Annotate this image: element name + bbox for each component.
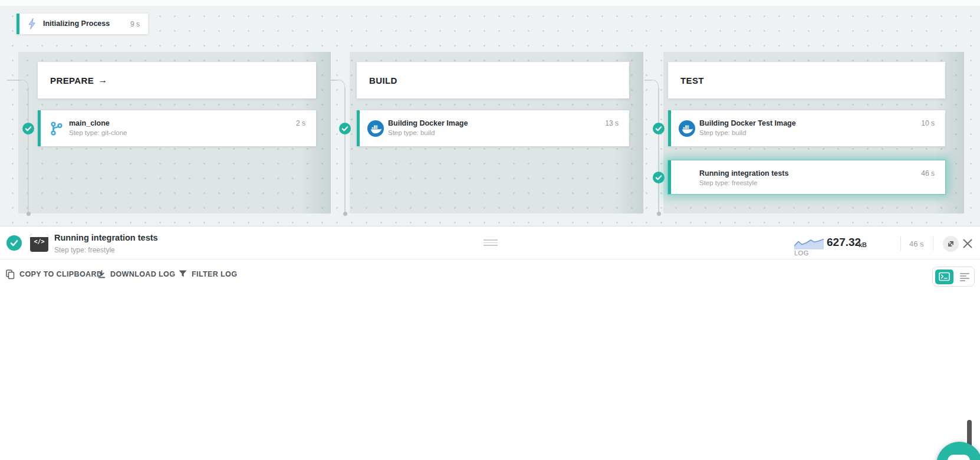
divider	[900, 236, 901, 251]
step-duration: 9 s	[130, 20, 140, 28]
stage-name-label: PREPARE	[50, 75, 94, 86]
docker-icon	[679, 120, 695, 137]
step-log-panel: </> Running integration tests Step type:…	[0, 226, 980, 460]
stage-name-label: TEST	[680, 75, 704, 86]
arrow-right-icon: →	[98, 75, 107, 86]
step-card-running-integration-tests[interactable]: </>Running integration testsStep type: f…	[668, 160, 945, 194]
connector-end-dot	[27, 212, 31, 216]
step-type-label: Step type: git-clone	[69, 129, 127, 136]
stage-header-build: BUILD	[357, 62, 629, 98]
log-toolbar: COPY TO CLIPBOARD DOWNLOAD LOG FILTER LO…	[0, 260, 980, 295]
download-log-button[interactable]: DOWNLOAD LOG	[98, 268, 175, 281]
log-view-toggle-group	[932, 267, 975, 287]
connector-line	[644, 80, 652, 81]
success-checkmark-icon	[6, 235, 22, 253]
step-card-main-clone[interactable]: main_cloneStep type: git-clone2 s	[38, 110, 316, 146]
filter-icon	[179, 270, 187, 278]
connector-line	[7, 80, 21, 81]
pipeline-build-page: PREPARE→main_cloneStep type: git-clone2 …	[0, 0, 980, 460]
step-duration: 2 s	[296, 119, 305, 127]
copy-to-clipboard-button[interactable]: COPY TO CLIPBOARD	[6, 268, 102, 281]
step-card-initializing-process[interactable]: Initializing Process 9 s	[17, 14, 148, 34]
log-label: LOG	[794, 249, 809, 257]
log-size-unit: kB	[859, 241, 867, 248]
success-checkmark-icon	[22, 123, 34, 137]
lightning-icon	[27, 18, 37, 32]
panel-step-duration: 46 s	[909, 239, 924, 248]
stage-name-label: BUILD	[369, 75, 397, 86]
success-checkmark-icon	[653, 172, 665, 186]
terminal-view-button[interactable]	[935, 270, 953, 284]
connector-end-dot	[343, 212, 347, 216]
filter-log-button[interactable]: FILTER LOG	[179, 268, 237, 281]
connector-line	[331, 80, 338, 81]
git-branch-icon	[48, 120, 65, 137]
connector-line	[658, 88, 659, 214]
success-checkmark-icon	[339, 123, 351, 137]
connector-line	[344, 88, 346, 214]
step-card-building-docker-test-image[interactable]: Building Docker Test ImageStep type: bui…	[668, 110, 945, 146]
step-title: Running integration tests	[699, 169, 788, 178]
stage-header-test: TEST	[668, 62, 945, 98]
panel-drag-handle[interactable]	[484, 238, 498, 247]
chat-bubble-icon	[948, 455, 970, 460]
success-checkmark-icon	[653, 123, 665, 137]
step-title: Building Docker Image	[388, 119, 468, 127]
log-size-value: 627.32	[827, 236, 861, 249]
panel-step-title: Running integration tests	[54, 233, 158, 242]
connector-end-dot	[657, 212, 661, 216]
step-title: main_clone	[69, 119, 110, 127]
download-icon	[98, 270, 106, 279]
connector-line	[28, 88, 29, 214]
connector-corner	[652, 80, 659, 88]
step-card-building-docker-image[interactable]: Building Docker ImageStep type: build13 …	[357, 110, 629, 146]
step-title: Building Docker Test Image	[699, 119, 796, 127]
connector-corner	[338, 80, 345, 88]
step-duration: 10 s	[921, 119, 935, 127]
pipeline-graph: PREPARE→main_cloneStep type: git-clone2 …	[0, 0, 980, 226]
close-panel-icon[interactable]	[962, 238, 974, 249]
stage-header-prepare: PREPARE→	[38, 62, 316, 98]
panel-step-subtitle: Step type: freestyle	[54, 246, 115, 254]
log-panel-header: </> Running integration tests Step type:…	[0, 226, 980, 259]
copy-icon	[6, 270, 15, 280]
docker-icon	[367, 120, 384, 137]
terminal-step-icon: </>	[30, 234, 48, 252]
top-strip	[0, 0, 980, 6]
text-view-button[interactable]	[958, 270, 973, 284]
step-type-label: Step type: build	[388, 129, 435, 136]
step-type-label: Step type: freestyle	[699, 179, 757, 186]
divider	[933, 236, 933, 251]
step-title: Initializing Process	[43, 19, 110, 28]
step-duration: 46 s	[921, 169, 935, 178]
step-duration: 13 s	[605, 119, 619, 127]
step-type-label: Step type: build	[699, 129, 746, 136]
expand-panel-button[interactable]	[943, 236, 959, 252]
